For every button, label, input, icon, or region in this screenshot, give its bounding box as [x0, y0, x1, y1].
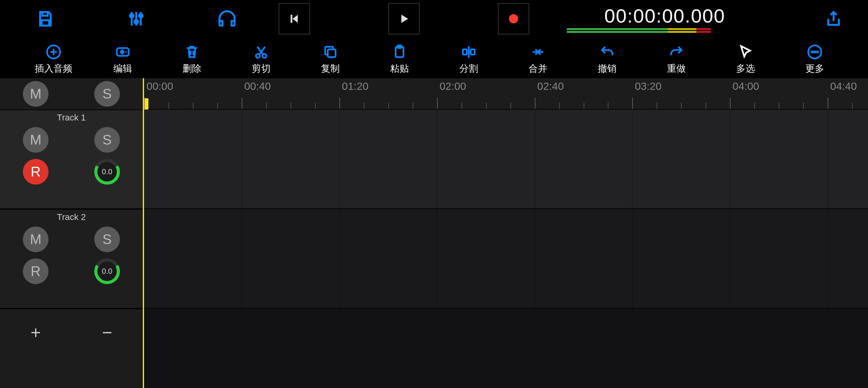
ruler-tick-label: 04:00: [733, 80, 759, 92]
merge-icon: [530, 44, 546, 60]
edit-toolbar: 插入音频 编辑 删除 剪切 复制 粘贴 分割 合并 撤销 重做 多选: [0, 37, 868, 78]
undo-icon: [599, 44, 615, 60]
headphones-icon: [216, 10, 238, 28]
redo-label: 重做: [667, 62, 686, 75]
cut-button[interactable]: 剪切: [228, 44, 294, 75]
track1-solo-button[interactable]: S: [94, 127, 120, 153]
svg-rect-12: [471, 50, 475, 55]
track2-level-value: 0.0: [97, 262, 117, 281]
timecode-area: 00:00:00.000: [567, 5, 725, 33]
split-button[interactable]: 分割: [436, 44, 502, 75]
track-name: Track 1: [57, 112, 86, 123]
paste-icon: [392, 44, 407, 60]
track1-mute-button[interactable]: M: [23, 127, 49, 153]
sliders-icon: [127, 10, 145, 28]
transport-controls: [279, 3, 529, 34]
track-lane-1[interactable]: [144, 109, 868, 209]
master-header: M S: [0, 78, 143, 109]
track-add-remove: + −: [0, 309, 143, 355]
multiselect-button[interactable]: 多选: [713, 44, 778, 75]
track1-level-value: 0.0: [97, 162, 117, 182]
record-button[interactable]: [498, 3, 529, 34]
delete-button[interactable]: 删除: [159, 44, 225, 75]
play-button[interactable]: [388, 3, 420, 34]
track-lane-2[interactable]: [144, 209, 868, 309]
ruler-tick-label: 03:20: [635, 80, 661, 92]
track2-mute-button[interactable]: M: [23, 227, 49, 252]
more-button[interactable]: 更多: [782, 44, 848, 75]
tracks-body: 00:0000:4001:2002:0002:4003:2004:0004:40: [144, 78, 868, 388]
mixer-button[interactable]: [91, 0, 182, 37]
copy-icon: [322, 44, 338, 60]
cut-label: 剪切: [252, 62, 271, 75]
scissors-icon: [253, 44, 269, 60]
svg-point-3: [509, 14, 518, 23]
ruler-tick-label: 02:40: [537, 80, 564, 92]
paste-button[interactable]: 粘贴: [367, 44, 432, 75]
add-track-button[interactable]: +: [23, 322, 48, 343]
delete-label: 删除: [183, 62, 202, 75]
edit-button[interactable]: 编辑: [90, 44, 156, 75]
ruler-tick-label: 01:20: [342, 80, 369, 92]
master-solo-button[interactable]: S: [94, 81, 120, 107]
track-header-column: M S Track 1 M S R 0.0 Track 2 M S: [0, 78, 144, 388]
pointer-icon: [738, 44, 753, 60]
edit-label: 编辑: [113, 62, 132, 75]
master-mute-button[interactable]: M: [23, 81, 49, 107]
export-button[interactable]: [799, 10, 868, 28]
redo-button[interactable]: 重做: [644, 44, 709, 75]
track-header-1[interactable]: Track 1 M S R 0.0: [0, 109, 143, 209]
svg-point-16: [817, 51, 818, 53]
track2-level-dial[interactable]: 0.0: [94, 258, 120, 284]
undo-button[interactable]: 撤销: [574, 44, 640, 75]
redo-icon: [669, 44, 684, 60]
header-spacer: [0, 355, 143, 388]
track1-record-button[interactable]: R: [23, 159, 49, 185]
timecode-display[interactable]: 00:00:00.000: [604, 5, 725, 27]
top-bar: 00:00:00.000: [0, 0, 868, 37]
record-icon: [507, 12, 520, 26]
track-header-2[interactable]: Track 2 M S R 0.0: [0, 209, 143, 309]
ruler-tick-label: 04:40: [830, 80, 857, 92]
svg-rect-8: [328, 50, 335, 57]
level-meter-l: [567, 28, 711, 30]
play-icon: [398, 12, 410, 25]
track-name: Track 2: [57, 212, 86, 222]
track2-record-button[interactable]: R: [23, 258, 49, 284]
more-icon: [807, 44, 823, 60]
floppy-icon: [36, 10, 55, 28]
split-label: 分割: [459, 62, 478, 75]
ruler-tick-label: 02:00: [440, 80, 466, 92]
ruler-tick-label: 00:40: [244, 80, 271, 92]
merge-button[interactable]: 合并: [505, 44, 571, 75]
top-left-group: [0, 0, 272, 37]
more-label: 更多: [805, 62, 824, 75]
timeline: M S Track 1 M S R 0.0 Track 2 M S: [0, 78, 868, 388]
copy-label: 复制: [321, 62, 340, 75]
svg-point-15: [814, 51, 815, 53]
undo-label: 撤销: [598, 62, 617, 75]
insert-audio-label: 插入音频: [35, 62, 72, 75]
merge-label: 合并: [529, 62, 547, 75]
empty-area: [144, 309, 868, 388]
multiselect-label: 多选: [736, 62, 755, 75]
skip-start-icon: [287, 12, 301, 26]
time-ruler[interactable]: 00:0000:4001:2002:0002:4003:2004:0004:40: [144, 78, 868, 109]
waveform-icon: [115, 44, 131, 60]
ruler-tick-label: 00:00: [147, 80, 173, 92]
share-icon: [825, 10, 843, 28]
svg-rect-11: [463, 50, 467, 55]
level-meter-r: [567, 31, 711, 33]
track1-level-dial[interactable]: 0.0: [94, 159, 120, 185]
copy-button[interactable]: 复制: [298, 44, 363, 75]
track2-solo-button[interactable]: S: [94, 227, 120, 252]
insert-audio-button[interactable]: 插入音频: [21, 44, 86, 75]
plus-circle-icon: [46, 44, 61, 60]
save-button[interactable]: [0, 0, 91, 37]
monitor-button[interactable]: [182, 0, 272, 37]
svg-point-14: [811, 51, 813, 53]
rewind-button[interactable]: [279, 3, 310, 34]
split-icon: [461, 44, 476, 60]
paste-label: 粘贴: [390, 62, 409, 75]
remove-track-button[interactable]: −: [95, 322, 120, 343]
